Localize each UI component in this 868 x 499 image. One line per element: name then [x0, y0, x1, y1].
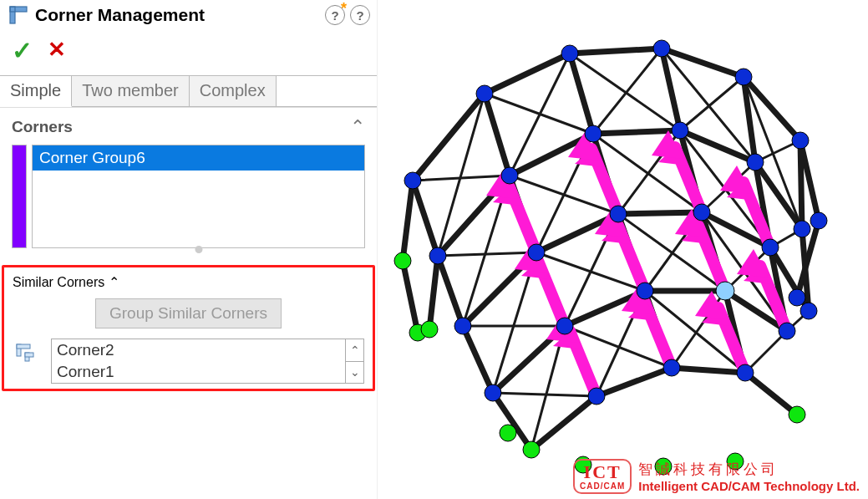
logo-text-1: ICT [580, 462, 625, 481]
svg-point-96 [476, 85, 493, 102]
svg-line-34 [672, 368, 745, 373]
svg-point-116 [556, 318, 573, 334]
3d-viewport[interactable]: ICT CAD/CAM 智誠科技有限公司 Intelligent CAD/CAM… [378, 0, 868, 499]
svg-point-121 [663, 359, 680, 376]
svg-point-108 [794, 221, 810, 237]
similar-corners-highlight: Similar Corners ⌃ Group Similar Corners … [2, 265, 375, 391]
svg-line-10 [570, 48, 662, 53]
svg-point-112 [693, 204, 710, 221]
svg-point-110 [528, 244, 545, 261]
corner-group-color[interactable] [12, 145, 27, 248]
model-preview [378, 0, 868, 499]
svg-point-99 [735, 69, 752, 85]
svg-point-117 [637, 283, 653, 299]
company-cn: 智誠科技有限公司 [638, 460, 860, 479]
svg-rect-5 [17, 344, 30, 349]
svg-point-97 [561, 45, 578, 62]
help-new-icon[interactable]: ? [325, 5, 345, 25]
corner-type-icon [13, 340, 38, 365]
svg-point-104 [501, 167, 518, 184]
svg-point-101 [810, 212, 827, 229]
svg-point-126 [523, 441, 540, 458]
similar-listbox[interactable]: Corner2 Corner1 ⌃ ⌄ [51, 339, 364, 384]
svg-line-9 [485, 53, 570, 94]
svg-line-15 [403, 181, 413, 261]
watermark-logo: ICT CAD/CAM [573, 459, 632, 494]
tabs: Simple Two member Complex [0, 75, 377, 107]
scroll-up-icon[interactable]: ⌃ [346, 339, 363, 362]
svg-rect-7 [25, 353, 33, 357]
svg-point-130 [500, 425, 516, 441]
svg-line-35 [745, 373, 797, 415]
group-similar-button[interactable]: Group Similar Corners [95, 298, 282, 328]
svg-line-37 [438, 256, 463, 326]
svg-line-40 [485, 94, 510, 176]
svg-point-113 [762, 239, 779, 256]
svg-point-111 [610, 206, 627, 222]
svg-point-119 [779, 323, 795, 339]
svg-line-36 [413, 181, 438, 256]
svg-line-38 [463, 326, 493, 393]
svg-point-95 [404, 172, 421, 189]
svg-point-131 [789, 406, 805, 423]
ok-button[interactable]: ✓ [12, 38, 33, 64]
svg-rect-1 [10, 7, 27, 12]
tab-simple[interactable]: Simple [0, 76, 72, 107]
svg-point-125 [421, 321, 438, 338]
corners-listbox[interactable]: Corner Group6 [32, 145, 365, 248]
svg-line-39 [493, 393, 531, 450]
tab-complex[interactable]: Complex [190, 76, 277, 106]
svg-point-120 [588, 388, 605, 405]
scrollbar: ⌃ ⌄ [345, 339, 363, 383]
svg-point-123 [394, 252, 411, 269]
svg-line-62 [593, 48, 662, 134]
watermark: ICT CAD/CAM 智誠科技有限公司 Intelligent CAD/CAM… [573, 459, 860, 494]
svg-line-16 [403, 261, 418, 333]
svg-line-8 [413, 94, 485, 181]
company-en: Intelligent CAD/CAM Technology Ltd. [638, 479, 860, 493]
feature-icon [7, 3, 30, 27]
scroll-down-icon[interactable]: ⌄ [346, 362, 363, 384]
svg-point-114 [800, 303, 817, 319]
panel-title: Corner Management [35, 5, 325, 25]
svg-point-103 [429, 247, 446, 264]
property-panel: Corner Management ? ? ✓ ✕ Simple Two mem… [0, 0, 378, 499]
list-item[interactable]: Corner Group6 [33, 145, 364, 171]
svg-point-115 [485, 384, 501, 401]
logo-text-2: CAD/CAM [580, 482, 625, 491]
svg-line-67 [438, 252, 536, 256]
cancel-button[interactable]: ✕ [48, 38, 66, 64]
resize-handle-icon[interactable] [195, 246, 202, 253]
svg-point-118 [737, 364, 754, 381]
svg-line-55 [800, 140, 802, 229]
corners-section-title: Corners [12, 118, 73, 136]
collapse-corners-icon[interactable]: ⌃ [350, 116, 365, 138]
watermark-text: 智誠科技有限公司 Intelligent CAD/CAM Technology … [638, 460, 860, 493]
collapse-similar-icon[interactable]: ⌃ [109, 275, 119, 289]
corners-section: Corners ⌃ Corner Group6 [0, 107, 377, 253]
svg-line-32 [531, 396, 596, 450]
svg-point-106 [672, 122, 688, 139]
tab-two-member[interactable]: Two member [72, 76, 190, 106]
svg-point-102 [789, 289, 805, 306]
list-item[interactable]: Corner1 [52, 361, 345, 383]
panel-header: Corner Management ? ? [0, 0, 377, 30]
svg-point-105 [585, 125, 602, 142]
svg-line-44 [570, 53, 593, 134]
svg-line-89 [745, 331, 787, 373]
svg-point-107 [747, 154, 764, 171]
svg-point-98 [653, 40, 670, 57]
svg-point-109 [454, 318, 471, 334]
svg-point-122 [716, 282, 734, 300]
similar-section-title: Similar Corners [13, 275, 104, 289]
svg-line-64 [680, 77, 744, 130]
confirm-row: ✓ ✕ [0, 30, 377, 75]
list-item[interactable]: Corner2 [52, 339, 345, 361]
svg-point-100 [792, 132, 809, 149]
help-icon[interactable]: ? [350, 5, 370, 25]
svg-line-22 [429, 256, 438, 329]
